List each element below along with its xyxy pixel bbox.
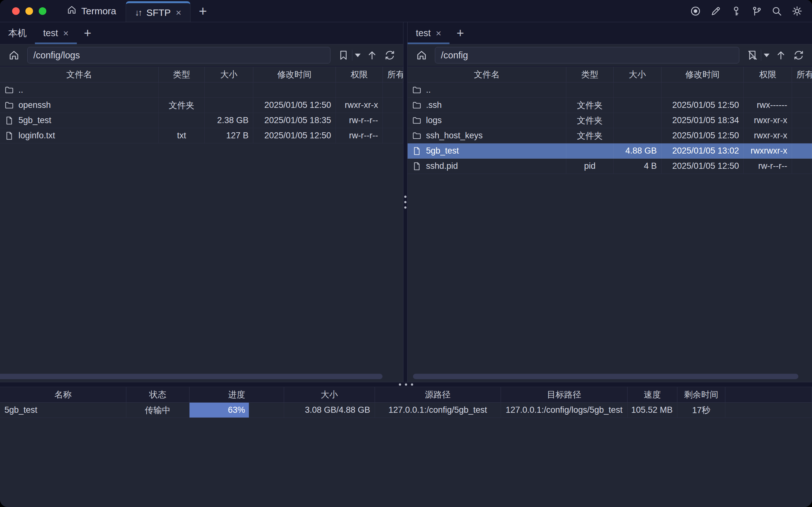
table-row-selected[interactable]: 5gb_test 4.88 GB 2025/01/05 13:02 rwxrwx… [408, 144, 812, 159]
file-name: openssh [18, 100, 51, 110]
minimize-window-button[interactable] [25, 7, 33, 15]
close-icon[interactable]: × [176, 8, 181, 17]
file-name-cell: 5gb_test [408, 144, 566, 158]
home-icon[interactable] [413, 50, 430, 61]
file-name-cell: 5gb_test [0, 113, 159, 128]
right-path-bar: /config [408, 44, 812, 67]
column-header-mtime[interactable]: 修改时间 [253, 67, 336, 82]
close-icon[interactable]: × [63, 29, 69, 38]
file-mtime: 2025/01/05 12:50 [661, 128, 744, 143]
left-pane-tabs: 本机 test × + [0, 22, 403, 44]
left-table-header: 文件名 类型 大小 修改时间 权限 所有者 [0, 67, 403, 82]
refresh-icon[interactable] [790, 50, 808, 61]
transfer-panel-splitter[interactable] [0, 382, 812, 387]
file-mtime: 2025/01/05 18:34 [661, 113, 744, 128]
home-icon[interactable] [5, 50, 23, 61]
right-path-actions [744, 50, 808, 61]
file-type: 文件夹 [566, 98, 613, 113]
file-icon [4, 116, 14, 125]
tab-session-test[interactable]: test × [35, 22, 77, 44]
key-icon[interactable] [731, 6, 742, 16]
new-tab-button[interactable]: + [191, 0, 215, 22]
table-row[interactable]: .. [0, 82, 403, 98]
file-name: loginfo.txt [18, 131, 55, 140]
column-header-size[interactable]: 大小 [613, 67, 661, 82]
column-header-size[interactable]: 大小 [205, 67, 253, 82]
column-header-remaining[interactable]: 剩余时间 [678, 387, 725, 402]
table-row[interactable]: sshd.pid pid 4 B 2025/01/05 12:50 rw-r--… [408, 159, 812, 174]
file-perm: rwxr-xr-x [336, 98, 383, 113]
right-horizontal-scrollbar[interactable] [413, 374, 798, 379]
column-header-owner[interactable]: 所有者 [383, 67, 403, 82]
chevron-down-icon[interactable] [355, 54, 361, 57]
file-owner [383, 98, 403, 113]
record-icon[interactable] [690, 6, 701, 16]
left-horizontal-scrollbar[interactable] [0, 374, 382, 379]
file-perm: rw-r--r-- [744, 159, 792, 174]
close-window-button[interactable] [12, 7, 20, 15]
column-header-speed[interactable]: 速度 [628, 387, 678, 402]
table-row[interactable]: .ssh 文件夹 2025/01/05 12:50 rwx------ [408, 98, 812, 113]
column-header-name[interactable]: 文件名 [0, 67, 159, 82]
column-header-source[interactable]: 源路径 [375, 387, 501, 402]
column-header-type[interactable]: 类型 [566, 67, 613, 82]
up-directory-icon[interactable] [363, 50, 381, 61]
transfer-name: 5gb_test [0, 403, 126, 417]
session-tab-label: test [416, 28, 431, 38]
transfer-size: 3.08 GB/4.88 GB [284, 403, 375, 417]
table-row[interactable]: ssh_host_keys 文件夹 2025/01/05 12:50 rwxr-… [408, 128, 812, 144]
table-row[interactable]: .. [408, 82, 812, 98]
transfer-status: 传输中 [126, 403, 190, 417]
left-empty-area [0, 144, 403, 382]
column-header-name[interactable]: 文件名 [408, 67, 566, 82]
sftp-tab-label: SFTP [146, 7, 171, 18]
column-header-target[interactable]: 目标路径 [501, 387, 628, 402]
table-row[interactable]: openssh 文件夹 2025/01/05 12:50 rwxr-xr-x [0, 98, 403, 113]
file-name-cell: openssh [0, 98, 159, 113]
table-row[interactable]: logs 文件夹 2025/01/05 18:34 rwxr-xr-x [408, 113, 812, 128]
file-name: 5gb_test [426, 146, 459, 156]
bottom-empty-area [0, 418, 812, 507]
folder-icon [412, 86, 422, 95]
tab-session-test[interactable]: test × [408, 22, 449, 44]
refresh-icon[interactable] [381, 50, 399, 61]
bookmark-icon[interactable] [335, 50, 352, 61]
branch-icon[interactable] [751, 6, 762, 16]
transfer-row[interactable]: 5gb_test 传输中 63% 3.08 GB/4.88 GB 127.0.0… [0, 403, 812, 418]
right-path-input[interactable]: /config [435, 47, 739, 63]
right-file-pane: test × + /config [408, 22, 812, 382]
right-new-session-button[interactable]: + [449, 22, 471, 44]
chevron-down-icon[interactable] [764, 54, 769, 57]
file-name-cell: ssh_host_keys [408, 128, 566, 143]
file-size [613, 113, 661, 128]
column-header-name[interactable]: 名称 [0, 387, 126, 402]
progress-fill: 63% [190, 403, 249, 417]
column-header-owner[interactable]: 所有者 [792, 67, 812, 82]
tab-sftp[interactable]: ↓↑ SFTP × [126, 1, 191, 22]
left-new-session-button[interactable]: + [77, 22, 98, 44]
left-path-input[interactable]: /config/logs [27, 47, 330, 63]
tab-local-machine[interactable]: 本机 [0, 22, 35, 44]
gear-icon[interactable] [792, 6, 803, 16]
column-header-mtime[interactable]: 修改时间 [661, 67, 744, 82]
column-header-perm[interactable]: 权限 [336, 67, 383, 82]
close-icon[interactable]: × [436, 29, 442, 38]
table-row[interactable]: 5gb_test 2.38 GB 2025/01/05 18:35 rw-r--… [0, 113, 403, 128]
file-type [159, 113, 205, 128]
column-header-perm[interactable]: 权限 [744, 67, 792, 82]
up-directory-icon[interactable] [772, 50, 790, 61]
column-header-progress[interactable]: 进度 [190, 387, 284, 402]
column-header-type[interactable]: 类型 [159, 67, 205, 82]
column-header-status[interactable]: 状态 [126, 387, 190, 402]
pencil-icon[interactable] [710, 6, 721, 16]
table-row[interactable]: loginfo.txt txt 127 B 2025/01/05 12:50 r… [0, 128, 403, 144]
tab-home-termora[interactable]: Termora [57, 0, 126, 22]
zoom-window-button[interactable] [39, 7, 46, 15]
file-perm: rwxr-xr-x [744, 128, 792, 143]
search-icon[interactable] [771, 6, 782, 16]
pane-splitter[interactable] [403, 22, 408, 382]
column-header-size[interactable]: 大小 [284, 387, 375, 402]
file-perm [336, 82, 383, 97]
file-mtime: 2025/01/05 12:50 [661, 98, 744, 113]
bookmark-slash-icon[interactable] [744, 50, 761, 61]
